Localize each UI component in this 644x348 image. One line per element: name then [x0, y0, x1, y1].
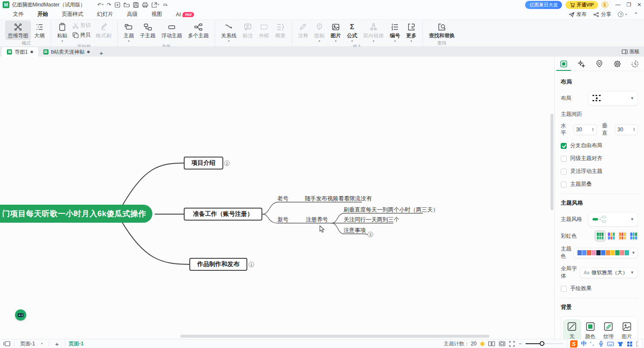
topic-new-account[interactable]: 新号 [277, 216, 289, 224]
tab-home[interactable]: 开始 [30, 9, 55, 19]
doc-tab-1[interactable]: 导图1 [2, 47, 38, 57]
mindmap-mode-button[interactable]: 思维导图 [5, 21, 31, 40]
zoom-slider[interactable] [526, 343, 563, 344]
topic-sub-follow[interactable]: 关注同行一天两到三个 [343, 216, 399, 224]
skin-shirt-icon[interactable] [617, 341, 623, 347]
icon-button[interactable]: 图标 ▾ [312, 21, 327, 43]
topic-sub-notes[interactable]: 注意事项 [343, 227, 366, 234]
maximize-button[interactable]: ❐ [626, 2, 631, 8]
tab-view[interactable]: 视图 [145, 9, 169, 19]
topic-nurture-account[interactable]: 注册养号 [306, 216, 328, 224]
checkbox-flexible-floating-topic[interactable]: 灵活浮动主题 [561, 168, 638, 175]
rainbow-palette-1[interactable] [596, 232, 605, 240]
theme-style-dropdown[interactable]: ▼ [588, 212, 638, 227]
panel-tab-format[interactable] [555, 57, 573, 71]
doc-tab-2[interactable]: b站卖天涯神贴 [38, 47, 95, 57]
promo-badge[interactable]: 亿图夏日大促 [525, 1, 562, 9]
theme-color-dropdown[interactable]: ▼ [574, 248, 638, 258]
new-document-icon[interactable] [115, 2, 120, 8]
find-replace-button[interactable]: 查找和替换 [426, 21, 457, 40]
subtopic-button[interactable]: 子主题 [137, 21, 158, 40]
pages-view-icon[interactable] [488, 341, 495, 346]
rainbow-palette-3[interactable] [618, 232, 627, 240]
paste-button[interactable]: 粘贴 ▾ [55, 21, 70, 43]
ime-collapse-icon[interactable] [636, 341, 639, 347]
sogou-logo-icon[interactable]: S [570, 340, 577, 348]
horizontal-spacing-stepper[interactable]: 30 ▲▼ [574, 124, 597, 135]
redo-button[interactable]: ↷ [107, 2, 111, 8]
topic-preparation[interactable]: 准备工作（账号注册） [184, 208, 262, 221]
topic-old-account-detail[interactable]: 随手发布视频看看限流没有 [305, 195, 372, 203]
panel-tab-clipart[interactable] [608, 57, 626, 71]
panel-tab-history[interactable] [626, 57, 644, 71]
copy-button[interactable]: 拷贝 [71, 31, 92, 39]
rainbow-palette-2[interactable] [607, 232, 616, 240]
background-none-option[interactable]: 无 [563, 319, 581, 339]
ime-language-toggle[interactable]: 中 [581, 340, 586, 348]
topic-production[interactable]: 作品制作和发布 [189, 258, 247, 271]
vip-badge[interactable]: 开通VIP [565, 1, 598, 9]
background-color-option[interactable]: 颜色 [581, 319, 600, 339]
undo-button[interactable]: ↶▾ [97, 2, 104, 8]
numbering-button[interactable]: 编号 ▾ [387, 21, 403, 43]
help-button[interactable]: ?▾ [618, 12, 627, 17]
zoom-slider-knob[interactable] [540, 341, 544, 346]
checkbox-free-branch-layout[interactable]: 分支自由布局 [561, 142, 638, 149]
background-texture-option[interactable]: 纹理 [599, 319, 618, 339]
ai-assistant-button[interactable] [15, 309, 26, 321]
topic-button[interactable]: 主题 ▾ [121, 21, 137, 43]
save-icon[interactable] [133, 2, 139, 8]
layout-dropdown[interactable]: ▼ [588, 91, 638, 106]
vertical-scrollbar[interactable] [550, 114, 553, 210]
bidirectional-link-button[interactable]: 双向链接 ▾ [361, 21, 386, 43]
summary-button[interactable]: 概要 [273, 21, 288, 40]
close-button[interactable]: ✕ [637, 2, 641, 8]
collapse-badge[interactable]: 3 [368, 232, 373, 237]
microphone-icon[interactable] [598, 341, 604, 347]
add-page-button[interactable]: + [52, 340, 61, 348]
panel-tab-ai[interactable] [573, 57, 591, 71]
collapse-ribbon-button[interactable]: ⌃ [634, 12, 638, 18]
ime-punctuation-toggle[interactable]: ’， [590, 341, 595, 347]
cut-button[interactable]: 剪切 [71, 21, 92, 30]
horizontal-scrollbar[interactable] [180, 335, 489, 338]
stepper-arrows-icon[interactable]: ▲▼ [633, 127, 635, 132]
more-button[interactable]: 更多 ▾ [404, 21, 419, 43]
collapse-badge[interactable]: 1 [249, 262, 254, 267]
outline-mode-button[interactable]: 大纲 [32, 21, 47, 40]
rainbow-palette-4[interactable] [629, 232, 638, 240]
checkbox-topic-overlap[interactable]: 主题层叠 [561, 181, 638, 188]
page-selector-dropdown[interactable]: 页面-1 ▾ [18, 340, 45, 348]
format-painter-button[interactable]: 格式刷 [93, 21, 114, 40]
minimize-button[interactable]: — [615, 2, 620, 8]
open-folder-icon[interactable] [124, 2, 130, 8]
page-panel-icon[interactable] [3, 341, 10, 346]
background-image-option[interactable]: 图片 [618, 319, 636, 339]
export-icon[interactable]: ▾ [152, 2, 159, 8]
tab-slideshow[interactable]: 幻灯片 [90, 9, 120, 19]
add-doc-tab-button[interactable]: + [95, 49, 107, 57]
customize-toolbar-icon[interactable] [163, 3, 167, 7]
keyboard-icon[interactable] [607, 342, 614, 346]
boundary-button[interactable]: 外框 [256, 21, 272, 40]
comment-button[interactable]: 注释 [295, 21, 311, 40]
tab-page-style[interactable]: 页面样式 [55, 9, 90, 19]
checkbox-align-sibling-topics[interactable]: 同级主题对齐 [561, 155, 638, 162]
callout-button[interactable]: 标注 [240, 21, 255, 40]
stepper-arrows-icon[interactable]: ▲▼ [592, 127, 594, 132]
multiple-topics-button[interactable]: 多个主题 [185, 21, 211, 40]
central-topic[interactable]: 门项目每天听歌一小时月入6k傻瓜式操作 [0, 205, 152, 223]
tab-file[interactable]: 文件 [6, 9, 30, 19]
fit-screen-icon[interactable] [509, 341, 515, 347]
topic-project-intro[interactable]: 项目介绍 [184, 157, 223, 169]
topic-old-account[interactable]: 老号 [277, 195, 289, 203]
toolbox-grid-icon[interactable] [627, 341, 632, 347]
topic-sub-vertical[interactable]: 刷垂直度每天一到两个小时（两三天） [343, 206, 438, 214]
vertical-spacing-stepper[interactable]: 30 ▲▼ [615, 124, 638, 135]
publish-button[interactable]: 发布 [569, 11, 586, 18]
slideshow-icon[interactable] [499, 341, 505, 346]
floating-topic-button[interactable]: 浮动主题 [159, 21, 185, 40]
print-icon[interactable] [142, 2, 148, 8]
relationship-button[interactable]: 关系线 ▾ [219, 21, 239, 43]
zoom-out-button[interactable]: − [519, 341, 522, 347]
